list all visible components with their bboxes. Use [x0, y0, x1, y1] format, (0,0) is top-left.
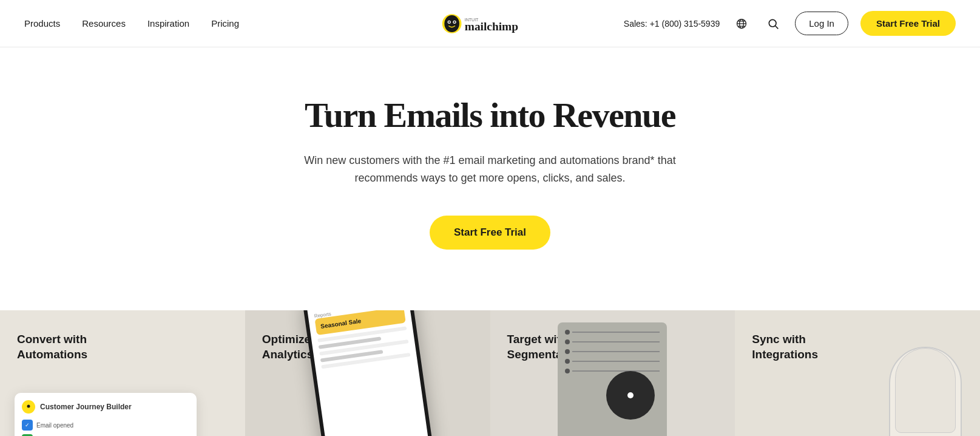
cjb-node-1: ✓ Email opened — [22, 420, 189, 431]
cjb-logo — [22, 400, 35, 414]
phone-mockup: Reports Seasonal Sale — [301, 310, 434, 436]
cjb-title: Customer Journey Builder — [40, 403, 132, 411]
nav-link-inspiration[interactable]: Inspiration — [147, 18, 189, 29]
cjb-mockup: Customer Journey Builder ✓ Email opened … — [15, 393, 197, 436]
mailchimp-logo-svg: INTUIT mailchimp — [436, 10, 545, 37]
feature-title-automations: Convert with Automations — [17, 332, 138, 362]
ruler-line-5 — [572, 370, 660, 372]
feature-card-automations[interactable]: Convert with Automations Customer Journe… — [0, 310, 245, 436]
feature-card-integrations[interactable]: Sync with Integrations — [735, 310, 980, 436]
svg-point-1 — [444, 15, 459, 32]
hero-subtitle: Win new customers with the #1 email mark… — [296, 152, 684, 187]
feature-title-integrations: Sync with Integrations — [752, 332, 873, 362]
cjb-node-icon-1: ✓ — [22, 420, 33, 431]
features-strip: Convert with Automations Customer Journe… — [0, 310, 980, 436]
seg-dot-inner — [627, 392, 634, 398]
svg-point-4 — [448, 21, 450, 23]
nav-link-pricing[interactable]: Pricing — [211, 18, 239, 29]
feature-card-segmentation[interactable]: Target with Segmentation — [490, 310, 735, 436]
ruler-marks — [558, 330, 667, 373]
ruler-mark-4 — [565, 359, 660, 364]
phone-screen: Reports Seasonal Sale — [305, 310, 430, 436]
cjb-header: Customer Journey Builder — [22, 400, 189, 414]
search-icon — [767, 18, 779, 30]
int-mockup — [889, 347, 962, 436]
cjb-node-label-1: Email opened — [36, 422, 73, 429]
phone-number: Sales: +1 (800) 315-5939 — [624, 19, 720, 29]
ruler-line-4 — [572, 361, 660, 362]
ruler-dot-2 — [565, 339, 570, 344]
int-cylinder — [889, 347, 962, 436]
ruler-mark-5 — [565, 369, 660, 373]
ruler-dot-4 — [565, 359, 570, 364]
ruler-line-1 — [572, 332, 660, 333]
ruler-dot-1 — [565, 330, 570, 335]
search-button[interactable] — [763, 14, 783, 33]
ruler-line-3 — [572, 351, 660, 352]
nav-link-resources[interactable]: Resources — [82, 18, 126, 29]
nav-left: Products Resources Inspiration Pricing — [24, 18, 239, 29]
hero-section: Turn Emails into Revenue Win new custome… — [0, 47, 980, 310]
seg-circle — [606, 371, 655, 420]
globe-icon — [735, 18, 748, 30]
login-button[interactable]: Log In — [795, 12, 848, 35]
ruler-mark-2 — [565, 339, 660, 344]
svg-line-14 — [776, 26, 779, 29]
ruler-dot-5 — [565, 369, 570, 373]
hero-start-free-trial-button[interactable]: Start Free Trial — [430, 216, 550, 250]
ruler-line-2 — [572, 341, 660, 342]
int-cup — [895, 348, 956, 433]
svg-point-13 — [769, 19, 777, 27]
ruler-dot-3 — [565, 349, 570, 354]
navbar: Products Resources Inspiration Pricing I… — [0, 0, 980, 47]
svg-text:mailchimp: mailchimp — [464, 20, 518, 33]
feature-card-ai-analytics[interactable]: Optimize with AI & Analytics Reports Sea… — [245, 310, 490, 436]
nav-link-products[interactable]: Products — [24, 18, 60, 29]
logo[interactable]: INTUIT mailchimp — [436, 10, 545, 37]
svg-point-5 — [453, 21, 455, 23]
svg-point-16 — [27, 405, 30, 408]
nav-start-free-trial-button[interactable]: Start Free Trial — [860, 11, 956, 36]
ruler-mark-1 — [565, 330, 660, 335]
seg-mockup — [558, 322, 667, 436]
hero-title: Turn Emails into Revenue — [305, 96, 675, 135]
language-button[interactable] — [732, 14, 751, 33]
nav-right: Sales: +1 (800) 315-5939 Log In Start Fr… — [624, 11, 956, 36]
ruler-mark-3 — [565, 349, 660, 354]
